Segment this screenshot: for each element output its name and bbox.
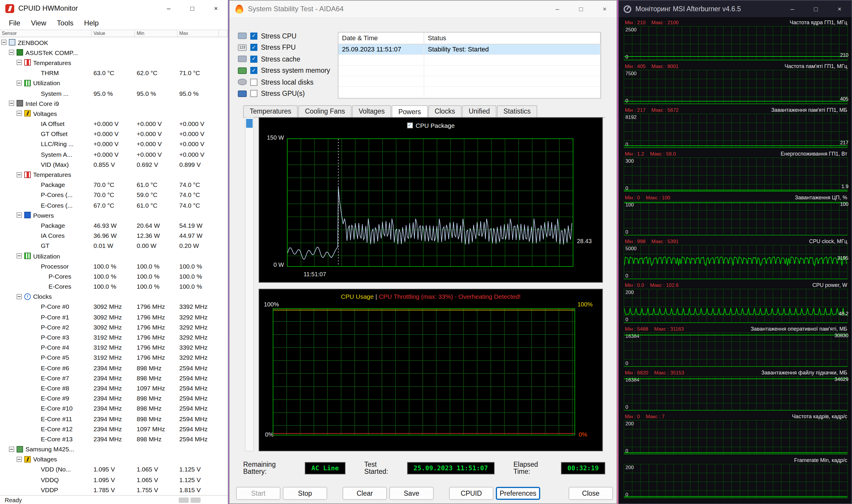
tree-expander-icon[interactable]: [17, 294, 22, 299]
stress-checkbox[interactable]: [250, 90, 257, 97]
minimize-icon[interactable]: –: [545, 1, 569, 17]
tab[interactable]: Clocks: [428, 105, 461, 117]
tree-expander-icon[interactable]: [17, 172, 22, 177]
sensor-row[interactable]: E-Core #10 2394 MHz 898 MHz 2594 MHz: [0, 403, 228, 414]
sensor-row[interactable]: Temperatures: [0, 58, 228, 68]
sensor-row[interactable]: GT 0.01 W 0.00 W 0.20 W: [0, 241, 228, 251]
sensor-row[interactable]: IA Offset +0.000 V +0.000 V +0.000 V: [0, 119, 228, 129]
sensor-row[interactable]: Package 46.93 W 20.64 W 54.19 W: [0, 220, 228, 230]
action-button[interactable]: Save: [389, 487, 434, 500]
sensor-row[interactable]: VDDP 1.785 V 1.755 V 1.815 V: [0, 485, 228, 495]
sensor-row[interactable]: E-Core #9 2394 MHz 898 MHz 2594 MHz: [0, 393, 228, 403]
sensor-row[interactable]: P-Core #4 3192 MHz 1796 MHz 3392 MHz: [0, 342, 228, 352]
sensor-row[interactable]: Intel Core i9: [0, 98, 228, 108]
sensor-row[interactable]: Package 70.0 °C 61.0 °C 74.0 °C: [0, 180, 228, 190]
tree-expander-icon[interactable]: [9, 50, 14, 55]
sensor-row[interactable]: P-Core #1 3092 MHz 1796 MHz 3292 MHz: [0, 312, 228, 322]
menu-item[interactable]: Tools: [52, 18, 79, 29]
close-icon[interactable]: ×: [593, 1, 617, 17]
sensor-row[interactable]: Processor 100.0 % 100.0 % 100.0 %: [0, 261, 228, 271]
sensor-row[interactable]: System ... 95.0 % 95.0 % 95.0 %: [0, 88, 228, 98]
column-header-sensor[interactable]: Sensor: [0, 30, 92, 37]
action-button[interactable]: Start: [236, 487, 280, 500]
column-header-min[interactable]: Min: [135, 30, 178, 37]
sensor-row[interactable]: E-Core #12 2394 MHz 1097 MHz 2594 MHz: [0, 424, 228, 434]
tab[interactable]: Temperatures: [243, 105, 298, 117]
scrollbar-thumb[interactable]: [246, 119, 253, 128]
tree-expander-icon[interactable]: [17, 457, 22, 462]
sensor-row[interactable]: Powers: [0, 210, 228, 220]
sensor-row[interactable]: P-Core #0 3092 MHz 1796 MHz 3392 MHz: [0, 302, 228, 312]
tab[interactable]: Unified: [462, 105, 496, 117]
sensor-row[interactable]: Utilization: [0, 78, 228, 88]
stress-checkbox[interactable]: [250, 44, 257, 51]
sensor-row[interactable]: P-Cores 100.0 % 100.0 % 100.0 %: [0, 271, 228, 281]
cpu-package-checkbox[interactable]: [407, 123, 413, 128]
hwmonitor-titlebar[interactable]: CPUID HWMonitor – □ ×: [0, 0, 228, 17]
sensor-row[interactable]: Voltages: [0, 109, 228, 119]
menu-item[interactable]: Help: [79, 18, 104, 29]
graph-vertical-scrollbar[interactable]: [245, 117, 254, 451]
tab[interactable]: Statistics: [497, 105, 537, 117]
sensor-row[interactable]: P-Cores (... 70.0 °C 59.0 °C 74.0 °C: [0, 190, 228, 200]
tree-expander-icon[interactable]: [17, 60, 22, 65]
column-header-value[interactable]: Value: [92, 30, 135, 37]
maximize-icon[interactable]: □: [804, 1, 828, 17]
stress-option-row[interactable]: Stress cache: [238, 53, 330, 65]
close-icon[interactable]: ×: [828, 1, 851, 17]
sensor-row[interactable]: E-Core #13 2394 MHz 898 MHz 2594 MHz: [0, 434, 228, 444]
sensor-row[interactable]: VDDQ 1.095 V 1.065 V 1.125 V: [0, 474, 228, 485]
tree-expander-icon[interactable]: [9, 101, 14, 106]
sensor-row[interactable]: E-Core #7 2394 MHz 898 MHz 2594 MHz: [0, 373, 228, 383]
sensor-row[interactable]: IA Cores 36.96 W 12.36 W 44.97 W: [0, 230, 228, 240]
sensor-row[interactable]: Utilization: [0, 251, 228, 261]
sensor-row[interactable]: E-Core #8 2394 MHz 1097 MHz 2594 MHz: [0, 383, 228, 393]
minimize-icon[interactable]: –: [780, 1, 804, 17]
sensor-row[interactable]: P-Core #5 3192 MHz 1796 MHz 3292 MHz: [0, 353, 228, 363]
menu-item[interactable]: File: [3, 18, 26, 29]
log-header-status[interactable]: Status: [424, 33, 600, 44]
sensor-row[interactable]: VDD (No... 1.095 V 1.065 V 1.125 V: [0, 464, 228, 474]
sensor-row[interactable]: ASUSTeK COMP...: [0, 47, 228, 57]
action-button[interactable]: Preferences: [496, 487, 540, 500]
log-row[interactable]: 25.09.2023 11:51:07 Stability Test: Star…: [339, 44, 600, 55]
action-button[interactable]: Stop: [283, 487, 327, 500]
afterburner-titlebar[interactable]: Моніторинг MSI Afterburner v4.6.5 – □ ×: [619, 1, 851, 17]
tab[interactable]: Voltages: [352, 105, 391, 117]
action-button[interactable]: CPUID: [449, 487, 493, 500]
sensor-row[interactable]: Voltages: [0, 454, 228, 464]
stress-option-row[interactable]: Stress FPU: [238, 42, 330, 53]
tree-expander-icon[interactable]: [17, 213, 22, 218]
tree-expander-icon[interactable]: [1, 40, 6, 45]
aida-titlebar[interactable]: System Stability Test - AIDA64 – □ ×: [230, 1, 617, 17]
minimize-icon[interactable]: –: [157, 0, 180, 17]
sensor-row[interactable]: Clocks: [0, 291, 228, 301]
column-header-max[interactable]: Max: [178, 30, 219, 37]
tab[interactable]: Cooling Fans: [298, 105, 352, 117]
tree-expander-icon[interactable]: [17, 80, 22, 86]
stress-option-row[interactable]: Stress GPU(s): [238, 88, 330, 100]
action-button[interactable]: Close: [568, 487, 613, 500]
sensor-row[interactable]: Samsung M425...: [0, 444, 228, 454]
sensor-row[interactable]: E-Core #6 2394 MHz 898 MHz 2594 MHz: [0, 363, 228, 373]
sensor-row[interactable]: ZENBOOK: [0, 37, 228, 47]
maximize-icon[interactable]: □: [569, 1, 593, 17]
tree-expander-icon[interactable]: [9, 446, 14, 452]
sensor-row[interactable]: E-Cores 100.0 % 100.0 % 100.0 %: [0, 281, 228, 291]
stress-option-row[interactable]: Stress CPU: [238, 30, 330, 42]
stress-option-row[interactable]: Stress system memory: [238, 65, 330, 76]
sensor-row[interactable]: E-Core #11 2394 MHz 898 MHz 2594 MHz: [0, 414, 228, 424]
tree-expander-icon[interactable]: [17, 111, 22, 116]
stress-checkbox[interactable]: [250, 79, 257, 86]
horizontal-scrollbar[interactable]: [179, 497, 201, 503]
log-header-datetime[interactable]: Date & Time: [339, 33, 424, 44]
sensor-row[interactable]: System A... +0.000 V +0.000 V +0.000 V: [0, 149, 228, 159]
stress-option-row[interactable]: Stress local disks: [238, 76, 330, 88]
close-icon[interactable]: ×: [204, 0, 228, 17]
maximize-icon[interactable]: □: [180, 0, 204, 17]
action-button[interactable]: Clear: [343, 487, 387, 500]
stress-checkbox[interactable]: [250, 67, 257, 74]
tab[interactable]: Powers: [392, 105, 428, 118]
sensor-row[interactable]: GT Offset +0.000 V +0.000 V +0.000 V: [0, 129, 228, 139]
sensor-row[interactable]: VID (Max) 0.855 V 0.692 V 0.899 V: [0, 159, 228, 169]
